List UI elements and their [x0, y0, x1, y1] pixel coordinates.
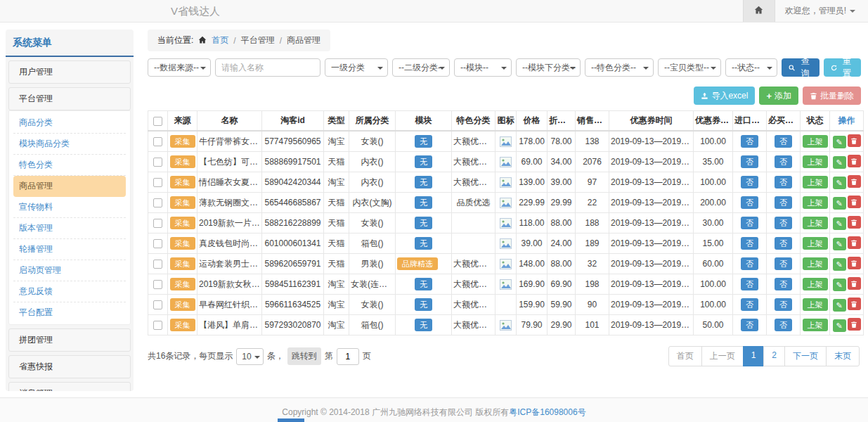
import-select-toggle[interactable]: 否 — [741, 196, 758, 209]
icp-link[interactable]: 粤ICP备16098006号 — [509, 407, 585, 417]
edit-button[interactable]: ✎ — [833, 156, 846, 169]
edit-button[interactable]: ✎ — [833, 299, 846, 312]
import-select-toggle[interactable]: 否 — [741, 217, 758, 229]
user-menu[interactable]: 欢迎您，管理员! — [775, 0, 868, 22]
delete-button[interactable] — [848, 318, 861, 331]
row-checkbox[interactable] — [153, 137, 162, 146]
filter-select[interactable]: --宝贝类型-- — [658, 58, 721, 77]
sidebar-item[interactable]: 商品分类 — [13, 113, 126, 134]
sidebar-item[interactable]: 启动页管理 — [13, 260, 126, 281]
must-buy-toggle[interactable]: 否 — [775, 135, 792, 148]
sidebar-section[interactable]: 消息管理 — [8, 382, 131, 391]
breadcrumb-home-link[interactable]: 首页 — [212, 34, 228, 46]
jump-button[interactable]: 跳转到 — [287, 347, 321, 365]
status-badge[interactable]: 上架 — [803, 196, 828, 209]
status-badge[interactable]: 上架 — [803, 237, 828, 250]
sidebar-section[interactable]: 拼团管理 — [8, 328, 131, 352]
filter-select[interactable]: --模块下分类-- — [516, 58, 581, 77]
status-badge[interactable]: 上架 — [803, 135, 828, 148]
row-checkbox[interactable] — [153, 239, 162, 248]
delete-button[interactable] — [848, 277, 861, 290]
must-buy-toggle[interactable]: 否 — [775, 196, 792, 209]
sidebar-item[interactable]: 轮播管理 — [13, 239, 126, 260]
page-button[interactable]: 2 — [763, 346, 785, 366]
page-button[interactable]: 下一页 — [784, 346, 827, 366]
import-excel-button[interactable]: 导入excel — [694, 87, 755, 105]
row-checkbox[interactable] — [153, 280, 162, 289]
per-page-select[interactable]: 10 — [236, 348, 263, 365]
import-select-toggle[interactable]: 否 — [741, 298, 758, 311]
sidebar-item[interactable]: 宣传物料 — [13, 197, 126, 218]
filter-select[interactable]: 一级分类 — [325, 58, 388, 77]
status-badge[interactable]: 上架 — [803, 217, 828, 229]
delete-button[interactable] — [848, 236, 861, 249]
delete-button[interactable] — [848, 216, 861, 229]
sidebar-item[interactable]: 特色分类 — [13, 155, 126, 176]
sidebar-item[interactable]: 版本管理 — [13, 218, 126, 239]
sidebar-section[interactable]: 省惠快报 — [8, 355, 131, 378]
sidebar-section[interactable]: 平台管理 — [8, 87, 131, 110]
must-buy-toggle[interactable]: 否 — [775, 257, 792, 270]
name-search-input[interactable] — [215, 58, 320, 77]
sidebar-item[interactable]: 商品管理 — [13, 176, 126, 197]
delete-button[interactable] — [848, 298, 861, 310]
must-buy-toggle[interactable]: 否 — [775, 155, 792, 168]
batch-delete-button[interactable]: 批量删除 — [803, 87, 861, 105]
edit-button[interactable]: ✎ — [833, 258, 846, 271]
sidebar-item[interactable]: 平台配置 — [13, 302, 126, 323]
page-button[interactable]: 首页 — [668, 346, 702, 366]
edit-button[interactable]: ✎ — [833, 197, 846, 210]
import-select-toggle[interactable]: 否 — [741, 135, 758, 148]
status-badge[interactable]: 上架 — [803, 257, 828, 270]
status-badge[interactable]: 上架 — [803, 278, 828, 290]
must-buy-toggle[interactable]: 否 — [775, 217, 792, 229]
status-badge[interactable]: 上架 — [803, 176, 828, 188]
row-checkbox[interactable] — [153, 260, 162, 269]
data-source-select[interactable]: --数据来源-- — [148, 58, 211, 77]
row-checkbox[interactable] — [153, 198, 162, 207]
edit-button[interactable]: ✎ — [833, 217, 846, 230]
add-button[interactable]: + 添加 — [759, 87, 798, 105]
filter-select[interactable]: --模块-- — [454, 58, 512, 77]
select-all-checkbox[interactable] — [153, 117, 162, 126]
import-select-toggle[interactable]: 否 — [741, 176, 758, 188]
filter-select[interactable]: --状态-- — [725, 58, 777, 77]
reset-button[interactable]: 重置 — [824, 58, 862, 77]
page-button[interactable]: 末页 — [826, 346, 860, 366]
delete-button[interactable] — [848, 134, 861, 147]
filter-select[interactable]: --二级分类-- — [392, 58, 450, 77]
edit-button[interactable]: ✎ — [833, 319, 846, 332]
delete-button[interactable] — [848, 175, 861, 188]
sidebar-item[interactable]: 意见反馈 — [13, 281, 126, 302]
import-select-toggle[interactable]: 否 — [741, 319, 758, 331]
row-checkbox[interactable] — [153, 300, 162, 309]
status-badge[interactable]: 上架 — [803, 319, 828, 331]
sidebar-section[interactable]: 用户管理 — [8, 60, 131, 84]
page-button[interactable]: 1 — [743, 346, 765, 366]
must-buy-toggle[interactable]: 否 — [775, 278, 792, 290]
status-badge[interactable]: 上架 — [803, 298, 828, 311]
page-button[interactable]: 上一页 — [701, 346, 744, 366]
delete-button[interactable] — [848, 155, 861, 167]
delete-button[interactable] — [848, 196, 861, 208]
delete-button[interactable] — [848, 257, 861, 269]
home-button[interactable] — [743, 0, 775, 22]
import-select-toggle[interactable]: 否 — [741, 237, 758, 250]
must-buy-toggle[interactable]: 否 — [775, 298, 792, 311]
row-checkbox[interactable] — [153, 178, 162, 187]
edit-button[interactable]: ✎ — [833, 279, 846, 291]
import-select-toggle[interactable]: 否 — [741, 257, 758, 270]
row-checkbox[interactable] — [153, 321, 162, 330]
row-checkbox[interactable] — [153, 219, 162, 228]
must-buy-toggle[interactable]: 否 — [775, 176, 792, 188]
filter-select[interactable]: --特色分类-- — [585, 58, 654, 77]
search-button[interactable]: 查询 — [782, 58, 820, 77]
must-buy-toggle[interactable]: 否 — [775, 237, 792, 250]
edit-button[interactable]: ✎ — [833, 238, 846, 250]
import-select-toggle[interactable]: 否 — [741, 278, 758, 290]
sidebar-item[interactable]: 模块商品分类 — [13, 134, 126, 155]
edit-button[interactable]: ✎ — [833, 177, 846, 189]
edit-button[interactable]: ✎ — [833, 136, 846, 148]
must-buy-toggle[interactable]: 否 — [775, 319, 792, 331]
status-badge[interactable]: 上架 — [803, 155, 828, 168]
